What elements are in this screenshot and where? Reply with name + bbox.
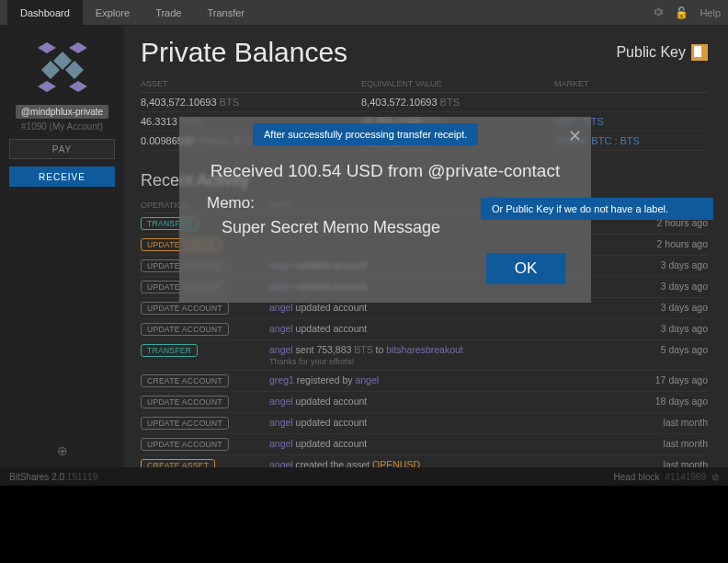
topbar: Dashboard Explore Trade Transfer 🔓 Help bbox=[0, 0, 728, 26]
receive-button[interactable]: RECEIVE bbox=[9, 167, 115, 187]
app-name: BitShares 2.0 bbox=[9, 472, 64, 482]
tx-row[interactable]: TRANSFERangel sent 753,883 BTS to bitsha… bbox=[141, 340, 708, 371]
tx-row[interactable]: CREATE ACCOUNTgreg1 registered by angel1… bbox=[141, 371, 708, 392]
username-badge: @mindphlux-private bbox=[16, 105, 108, 119]
callout-pubkey: Or Public Key if we do not have a label. bbox=[481, 198, 713, 220]
tx-row[interactable]: UPDATE ACCOUNTangel updated accountlast … bbox=[141, 413, 708, 434]
op-pill: UPDATE ACCOUNT bbox=[141, 302, 229, 315]
memo-text: Super Secret Memo Message bbox=[222, 218, 563, 237]
op-pill: TRANSFER bbox=[141, 344, 198, 357]
sidebar: @mindphlux-private #1090 (My Account) PA… bbox=[0, 26, 124, 467]
statusbar: BitShares 2.0.151119 Head block #1141969… bbox=[0, 467, 728, 486]
sync-icon: ⊘ bbox=[711, 472, 719, 482]
tx-row[interactable]: CREATE ASSETangel created the asset OPEN… bbox=[141, 455, 708, 467]
head-block-label: Head block bbox=[613, 472, 659, 482]
ok-button[interactable]: OK bbox=[486, 253, 565, 284]
balhead-equiv: EQUIVALENT VALUE bbox=[361, 79, 554, 88]
callout-receipt: After successfully processing transfer r… bbox=[253, 123, 478, 145]
close-icon[interactable]: ✕ bbox=[568, 126, 582, 146]
pay-button[interactable]: PAY bbox=[9, 139, 115, 159]
op-pill: CREATE ASSET bbox=[141, 459, 215, 467]
tab-transfer[interactable]: Transfer bbox=[194, 0, 257, 25]
balhead-market: MARKET bbox=[554, 79, 708, 88]
balance-row[interactable]: 8,403,572.10693BTS8,403,572.10693BTS bbox=[141, 93, 708, 112]
tab-trade[interactable]: Trade bbox=[142, 0, 194, 25]
tab-explore[interactable]: Explore bbox=[83, 0, 142, 25]
modal-headline: Received 100.54 USD from @private-contac… bbox=[207, 161, 563, 181]
tab-dashboard[interactable]: Dashboard bbox=[7, 0, 83, 25]
account-id: #1090 (My Account) bbox=[21, 121, 103, 132]
help-link[interactable]: Help bbox=[700, 7, 721, 18]
topbar-tabs: Dashboard Explore Trade Transfer bbox=[7, 0, 257, 25]
tx-row[interactable]: UPDATE ACCOUNTangel updated accountlast … bbox=[141, 434, 708, 455]
lock-icon[interactable]: 🔓 bbox=[675, 6, 688, 19]
op-pill: UPDATE ACCOUNT bbox=[141, 323, 229, 336]
tx-row[interactable]: UPDATE ACCOUNTangel updated account3 day… bbox=[141, 319, 708, 340]
avatar bbox=[30, 35, 95, 99]
op-pill: UPDATE ACCOUNT bbox=[141, 417, 229, 430]
op-pill: UPDATE ACCOUNT bbox=[141, 396, 229, 408]
add-account-icon[interactable]: ⊕ bbox=[57, 443, 68, 458]
head-block-num: #1141969 bbox=[665, 472, 707, 482]
key-icon bbox=[691, 44, 708, 61]
balhead-asset: ASSET bbox=[141, 79, 361, 88]
svg-marker-0 bbox=[38, 42, 56, 53]
page-title: Private Balances bbox=[141, 37, 347, 68]
public-key-link[interactable]: Public Key bbox=[616, 44, 708, 61]
app-version: .151119 bbox=[64, 472, 97, 482]
gear-icon[interactable] bbox=[653, 6, 664, 19]
svg-marker-2 bbox=[38, 81, 56, 92]
svg-marker-1 bbox=[69, 42, 87, 53]
op-pill: CREATE ACCOUNT bbox=[141, 374, 229, 387]
tx-row[interactable]: UPDATE ACCOUNTangel updated account18 da… bbox=[141, 392, 708, 413]
svg-marker-3 bbox=[69, 81, 87, 92]
op-pill: UPDATE ACCOUNT bbox=[141, 438, 229, 451]
